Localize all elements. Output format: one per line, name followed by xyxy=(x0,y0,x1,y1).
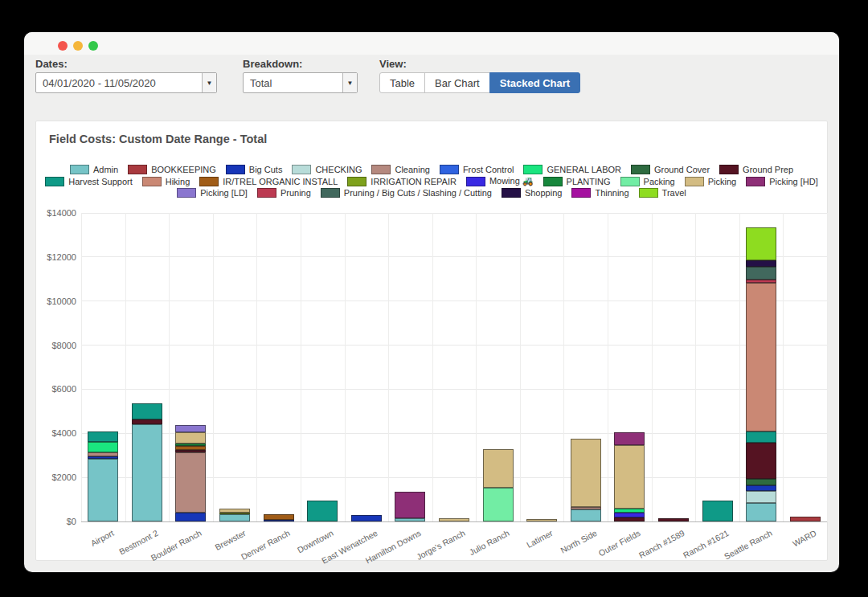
gridline xyxy=(783,213,784,521)
gridline xyxy=(256,213,257,521)
close-window-button[interactable] xyxy=(58,41,68,51)
legend-item[interactable]: Thinning xyxy=(571,188,628,198)
legend-item[interactable]: Admin xyxy=(70,165,118,174)
legend-label: Harvest Support xyxy=(68,177,132,186)
breakdown-select[interactable]: Total ▼ xyxy=(243,72,358,93)
y-tick-label: $14000 xyxy=(24,208,76,218)
bar-segment xyxy=(614,513,645,517)
bar-segment xyxy=(307,501,338,521)
legend-swatch-icon xyxy=(543,177,563,186)
legend-row: Picking [LD]PruningPruning / Big Cuts / … xyxy=(172,188,691,198)
legend-label: IR/TREL ORGANIC INSTALL xyxy=(223,177,338,186)
bar-segment xyxy=(175,432,206,444)
legend-item[interactable]: Harvest Support xyxy=(45,177,132,186)
legend-item[interactable]: Frost Control xyxy=(440,165,514,174)
gridline xyxy=(827,213,828,521)
legend-item[interactable]: Cleaning xyxy=(371,165,429,174)
bar-segment xyxy=(746,431,776,442)
chevron-down-icon: ▼ xyxy=(342,73,357,92)
legend-item[interactable]: Picking [LD] xyxy=(177,188,248,198)
y-tick-label: $6000 xyxy=(24,384,76,394)
bar-segment xyxy=(395,492,425,518)
legend-swatch-icon xyxy=(70,165,89,174)
bar-segment xyxy=(175,444,206,446)
legend-item[interactable]: Mowing 🚜 xyxy=(466,176,534,186)
view-button-table[interactable]: Table xyxy=(379,72,425,93)
bar-segment xyxy=(264,514,294,520)
gridline xyxy=(81,213,827,214)
legend-item[interactable]: Ground Prep xyxy=(719,165,793,174)
dates-label: Dates: xyxy=(35,58,68,70)
bar-segment xyxy=(614,432,645,445)
legend-item[interactable]: Picking [HD] xyxy=(746,177,818,186)
legend-item[interactable]: Pruning / Big Cuts / Slashing / Cutting xyxy=(321,188,492,198)
bar-segment xyxy=(88,452,118,456)
view-button-group: TableBar ChartStacked Chart xyxy=(379,72,580,93)
legend-label: Hiking xyxy=(166,177,190,186)
gridline xyxy=(81,256,827,257)
bar-segment xyxy=(132,403,162,419)
legend-label: Cleaning xyxy=(395,165,429,174)
legend-item[interactable]: Picking xyxy=(685,177,736,186)
desktop-background: Dates: 04/01/2020 - 11/05/2020 ▼ Breakdo… xyxy=(0,0,868,597)
view-button-bar-chart[interactable]: Bar Chart xyxy=(424,72,490,93)
gridline xyxy=(739,213,740,521)
legend-item[interactable]: Pruning xyxy=(257,188,311,198)
gridline xyxy=(520,213,521,521)
bar-segment xyxy=(175,450,206,452)
gridline xyxy=(476,213,477,521)
legend-label: Thinning xyxy=(595,188,628,198)
legend-item[interactable]: Shopping xyxy=(502,188,563,198)
legend-item[interactable]: BOOKKEEPING xyxy=(128,165,216,174)
legend-item[interactable]: Ground Cover xyxy=(631,165,710,174)
legend-label: CHECKING xyxy=(315,165,362,174)
chevron-down-icon: ▼ xyxy=(202,73,216,92)
legend-item[interactable]: IRRIGATION REPAIR xyxy=(347,177,457,186)
legend-label: IRRIGATION REPAIR xyxy=(371,177,457,186)
gridline xyxy=(388,213,389,521)
view-button-stacked-chart[interactable]: Stacked Chart xyxy=(489,72,580,93)
bar-segment xyxy=(175,425,206,432)
legend-item[interactable]: IR/TREL ORGANIC INSTALL xyxy=(199,177,338,186)
chart-card: Field Costs: Custom Date Range - Total A… xyxy=(35,121,828,561)
legend-item[interactable]: PLANTING xyxy=(543,177,611,186)
gridline xyxy=(81,345,827,346)
legend-item[interactable]: GENERAL LABOR xyxy=(523,165,621,174)
legend-item[interactable]: Travel xyxy=(639,188,686,198)
legend-swatch-icon xyxy=(502,188,521,198)
gridline xyxy=(169,213,170,521)
bar-segment xyxy=(175,446,206,450)
bar-segment xyxy=(219,514,250,521)
legend-label: Frost Control xyxy=(463,165,514,174)
bar-segment xyxy=(219,509,250,513)
legend-swatch-icon xyxy=(523,165,542,174)
legend-item[interactable]: CHECKING xyxy=(292,165,362,174)
window-titlebar[interactable] xyxy=(24,32,839,55)
gridline xyxy=(695,213,696,521)
bar-segment xyxy=(746,485,776,491)
dates-select[interactable]: 04/01/2020 - 11/05/2020 ▼ xyxy=(35,72,217,93)
bar-segment xyxy=(88,456,118,459)
bar-segment xyxy=(483,488,514,521)
legend-item[interactable]: Packing xyxy=(620,177,675,186)
legend-item[interactable]: Hiking xyxy=(142,177,190,186)
bar-segment xyxy=(702,501,733,521)
legend-label: Picking [HD] xyxy=(769,177,818,186)
x-axis-line xyxy=(81,521,827,522)
minimize-window-button[interactable] xyxy=(73,41,83,51)
legend-label: Pruning / Big Cuts / Slashing / Cutting xyxy=(344,188,492,198)
y-tick-label: $8000 xyxy=(24,341,76,350)
bar-segment xyxy=(88,459,118,521)
legend-swatch-icon xyxy=(719,165,739,174)
bar-segment xyxy=(746,283,776,431)
bar-segment xyxy=(746,443,776,479)
legend-item[interactable]: Big Cuts xyxy=(226,165,283,174)
gridline xyxy=(81,389,827,390)
breakdown-label: Breakdown: xyxy=(243,58,302,70)
breakdown-select-value: Total xyxy=(244,77,342,89)
zoom-window-button[interactable] xyxy=(88,41,98,51)
legend-row: AdminBOOKKEEPINGBig CutsCHECKINGCleaning… xyxy=(65,165,798,174)
bar-segment xyxy=(351,515,382,521)
legend-swatch-icon xyxy=(466,177,485,186)
gridline xyxy=(81,301,827,301)
